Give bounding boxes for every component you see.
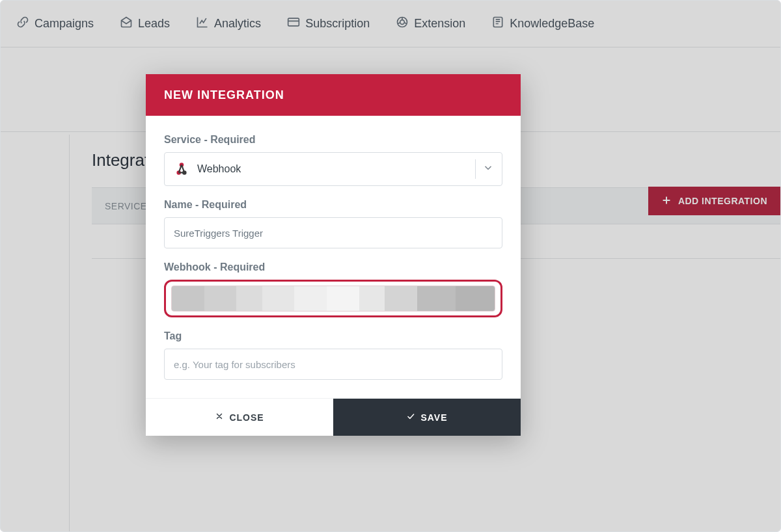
- close-icon: [215, 412, 224, 423]
- modal-footer: CLOSE SAVE: [146, 398, 521, 436]
- modal-header: NEW INTEGRATION: [146, 74, 521, 116]
- webhook-highlight: [164, 280, 502, 317]
- label-name: Name - Required: [164, 199, 502, 211]
- check-icon: [406, 412, 415, 423]
- button-label: CLOSE: [229, 412, 264, 423]
- separator: [475, 159, 476, 179]
- field-service: Service - Required Webhook: [164, 134, 502, 186]
- save-button[interactable]: SAVE: [333, 399, 521, 436]
- new-integration-modal: NEW INTEGRATION Service - Required Webho…: [146, 74, 521, 436]
- label-service: Service - Required: [164, 134, 502, 146]
- button-label: SAVE: [420, 412, 447, 423]
- label-tag: Tag: [164, 330, 502, 342]
- webhook-input-redacted[interactable]: [171, 286, 495, 312]
- modal-title: NEW INTEGRATION: [164, 88, 284, 102]
- webhook-icon: [172, 160, 191, 178]
- field-name: Name - Required: [164, 199, 502, 248]
- modal-body: Service - Required Webhook Name - Requir…: [146, 116, 521, 398]
- label-webhook: Webhook - Required: [164, 261, 502, 273]
- name-input[interactable]: [164, 217, 502, 248]
- service-select[interactable]: Webhook: [164, 152, 502, 186]
- service-selected-value: Webhook: [197, 163, 473, 175]
- app-frame: Campaigns Leads Analytics Subscription E…: [0, 0, 781, 532]
- tag-input[interactable]: [164, 349, 502, 380]
- field-webhook: Webhook - Required: [164, 261, 502, 317]
- chevron-down-icon: [482, 162, 494, 176]
- field-tag: Tag: [164, 330, 502, 380]
- close-button[interactable]: CLOSE: [146, 399, 333, 436]
